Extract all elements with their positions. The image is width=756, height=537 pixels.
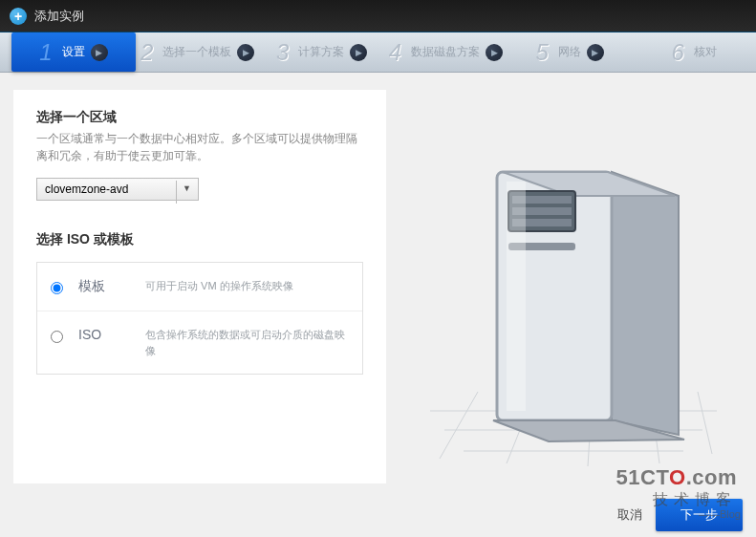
illustration-panel [403,90,743,483]
step-disk[interactable]: 4 数据磁盘方案 ▶ [383,32,508,72]
form-panel: 选择一个区域 一个区域通常与一个数据中心相对应。多个区域可以提供物理隔离和冗余，… [13,90,386,483]
chevron-right-icon: ▶ [91,44,108,61]
server-icon [421,105,726,468]
step-review[interactable]: 6 核对 [632,32,756,72]
iso-template-title: 选择 ISO 或模板 [36,231,363,248]
step-settings[interactable]: 1 设置 ▶ [11,32,136,72]
next-button[interactable]: 下一步 [656,499,743,531]
dialog-title: 添加实例 [34,8,84,25]
plus-icon: + [10,8,27,25]
step-compute[interactable]: 3 计算方案 ▶ [260,32,384,72]
option-iso[interactable]: ISO 包含操作系统的数据或可启动介质的磁盘映像 [37,311,362,374]
dialog-header: + 添加实例 [0,0,756,32]
option-template[interactable]: 模板 可用于启动 VM 的操作系统映像 [37,263,362,311]
region-select-wrap[interactable]: clovemzone-avd [36,178,199,201]
cancel-button[interactable]: 取消 [617,506,642,524]
chevron-right-icon: ▶ [237,44,254,61]
option-iso-radio[interactable] [51,331,63,343]
chevron-right-icon: ▶ [486,44,503,61]
region-select[interactable]: clovemzone-avd [37,179,198,200]
wizard-steps: 1 设置 ▶ 2 选择一个模板 ▶ 3 计算方案 ▶ 4 数据磁盘方案 ▶ 5 … [0,32,756,73]
region-desc: 一个区域通常与一个数据中心相对应。多个区域可以提供物理隔离和冗余，有助于使云更加… [36,130,363,164]
option-template-radio[interactable] [51,282,63,294]
step-template[interactable]: 2 选择一个模板 ▶ [136,32,260,72]
region-title: 选择一个区域 [36,109,363,126]
iso-template-options: 模板 可用于启动 VM 的操作系统映像 ISO 包含操作系统的数据或可启动介质的… [36,262,363,375]
chevron-right-icon: ▶ [587,44,604,61]
footer: 取消 下一步 [617,499,743,531]
chevron-right-icon: ▶ [350,44,367,61]
content: 选择一个区域 一个区域通常与一个数据中心相对应。多个区域可以提供物理隔离和冗余，… [0,73,756,483]
step-network[interactable]: 5 网络 ▶ [508,32,632,72]
